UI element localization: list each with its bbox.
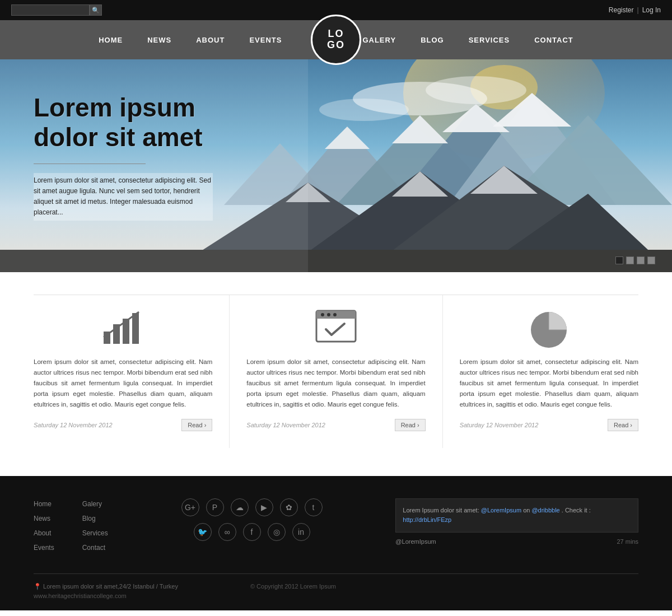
social-twitter[interactable]: 🐦 xyxy=(194,523,212,541)
twitter-user-row: @LoremIpsum 27 mins xyxy=(395,538,638,545)
top-links: Register | Log In xyxy=(609,6,661,14)
nav-link-contact[interactable]: CONTACT xyxy=(522,36,586,44)
footer-link-about[interactable]: About xyxy=(34,529,51,537)
footer-link-home[interactable]: Home xyxy=(34,500,52,508)
card-1-date: Saturday 12 November 2012 xyxy=(34,422,113,428)
slider-dot-3[interactable] xyxy=(637,256,645,264)
content-area: Lorem ipsum dolor sit amet, consectetur … xyxy=(0,272,672,476)
social-pinterest[interactable]: P xyxy=(206,498,224,516)
social-tumblr[interactable]: t xyxy=(305,498,323,516)
hero-description: Lorem ipsum dolor sit amet, consectetur … xyxy=(34,173,213,221)
footer-link-galery[interactable]: Galery xyxy=(82,500,102,508)
card-2-text: Lorem ipsum dolor sit amet, consectetur … xyxy=(246,357,425,410)
nav-item-home[interactable]: HOME xyxy=(86,36,135,44)
card-1: Lorem ipsum dolor sit amet, consectetur … xyxy=(34,295,230,448)
footer-link-events[interactable]: Events xyxy=(34,544,54,552)
card-3-footer: Saturday 12 November 2012 Read › xyxy=(460,419,638,431)
footer-col-1: Home News About Events xyxy=(34,498,54,557)
nav-item-blog[interactable]: BLOG xyxy=(408,36,456,44)
nav-item-about[interactable]: ABOUT xyxy=(184,36,237,44)
nav-link-about[interactable]: ABOUT xyxy=(184,36,237,44)
browser-check-icon xyxy=(314,308,358,350)
cards-row: Lorem ipsum dolor sit amet, consectetur … xyxy=(34,295,638,448)
card-2-icon xyxy=(246,295,425,346)
social-flickr[interactable]: ✿ xyxy=(280,498,298,516)
social-cloud[interactable]: ☁ xyxy=(231,498,249,516)
twitter-text-after: . Check it : xyxy=(562,507,591,514)
nav-link-blog[interactable]: BLOG xyxy=(408,36,456,44)
slider-dot-2[interactable] xyxy=(626,256,634,264)
footer-copyright: © Copyright 2012 Lorem Ipsum xyxy=(178,583,408,590)
slider-dot-4[interactable] xyxy=(647,256,655,264)
footer-bottom: 📍 Lorem ipsum dolor sit amet,24/2 Istanb… xyxy=(34,573,638,599)
pie-chart-icon xyxy=(526,306,571,351)
twitter-box: Lorem Ipsum dolor sit amet: @LoremIpsum … xyxy=(395,498,638,533)
card-2-read-button[interactable]: Read › xyxy=(395,419,426,431)
address-icon: 📍 Lorem ipsum dolor sit amet,24/2 Istanb… xyxy=(34,583,178,590)
hero-divider xyxy=(34,164,146,164)
footer-top: Home News About Events Galery Blog Servi… xyxy=(34,498,638,557)
twitter-handle1: @LoremIpsum xyxy=(481,507,521,514)
nav-link-events[interactable]: EVENTS xyxy=(237,36,294,44)
nav-item-contact[interactable]: CONTACT xyxy=(522,36,586,44)
nav-item-events[interactable]: EVENTS xyxy=(237,36,294,44)
card-2-footer: Saturday 12 November 2012 Read › xyxy=(246,419,425,431)
card-3-date: Saturday 12 November 2012 xyxy=(460,422,539,428)
card-3-text: Lorem ipsum dolor sit amet, consectetur … xyxy=(460,357,638,410)
logo[interactable]: LOGO xyxy=(311,15,361,65)
hero-content: Lorem ipsum dolor sit amet Lorem ipsum d… xyxy=(0,59,291,221)
social-dribbble[interactable]: ◎ xyxy=(268,523,286,541)
card-2: Lorem ipsum dolor sit amet, consectetur … xyxy=(230,295,442,448)
card-1-icon xyxy=(34,295,212,346)
social-lastfm[interactable]: ∞ xyxy=(218,523,236,541)
social-linkedin[interactable]: in xyxy=(292,523,310,541)
footer-col-2: Galery Blog Services Contact xyxy=(82,498,108,557)
footer-social: G+ P ☁ ▶ ✿ t 🐦 ∞ f ◎ in xyxy=(130,498,374,557)
social-googleplus[interactable]: G+ xyxy=(181,498,199,516)
svg-rect-28 xyxy=(132,313,139,344)
search-button[interactable]: 🔍 xyxy=(90,4,102,16)
footer-link-blog[interactable]: Blog xyxy=(82,515,96,522)
footer-twitter: Lorem Ipsum dolor sit amet: @LoremIpsum … xyxy=(395,498,638,557)
svg-point-4 xyxy=(426,76,526,104)
register-link[interactable]: Register xyxy=(609,6,634,14)
search-input[interactable] xyxy=(11,4,90,16)
separator: | xyxy=(637,6,639,14)
footer-link-contact[interactable]: Contact xyxy=(82,544,105,552)
footer-link-news[interactable]: News xyxy=(34,515,50,522)
twitter-time: 27 mins xyxy=(617,538,638,545)
logo-text: LOGO xyxy=(327,29,345,51)
address-text: Lorem ipsum dolor sit amet,24/2 Istanbul… xyxy=(43,583,178,590)
twitter-text-before: Lorem Ipsum dolor sit amet: xyxy=(403,507,480,514)
footer: Home News About Events Galery Blog Servi… xyxy=(0,476,672,610)
card-3: Lorem ipsum dolor sit amet, consectetur … xyxy=(443,295,638,448)
nav-item-services[interactable]: SERVICES xyxy=(456,36,522,44)
slider-dot-1[interactable] xyxy=(615,256,623,264)
nav-link-news[interactable]: NEWS xyxy=(135,36,184,44)
svg-point-33 xyxy=(321,313,324,316)
card-1-footer: Saturday 12 November 2012 Read › xyxy=(34,419,212,431)
svg-point-34 xyxy=(327,313,330,316)
card-2-date: Saturday 12 November 2012 xyxy=(246,422,325,428)
hero-title: Lorem ipsum dolor sit amet xyxy=(34,93,258,152)
twitter-text-mid: on xyxy=(523,507,531,514)
twitter-handle2: @dribbble xyxy=(531,507,559,514)
social-row-2: 🐦 ∞ f ◎ in xyxy=(194,523,310,541)
search-form[interactable]: 🔍 xyxy=(11,4,102,16)
twitter-link[interactable]: http://drbLin/FEzp xyxy=(403,516,451,523)
card-3-icon xyxy=(460,295,638,346)
footer-address: 📍 Lorem ipsum dolor sit amet,24/2 Istanb… xyxy=(34,583,178,599)
footer-link-services[interactable]: Services xyxy=(82,529,108,537)
card-3-read-button[interactable]: Read › xyxy=(608,419,638,431)
social-facebook[interactable]: f xyxy=(243,523,261,541)
card-1-read-button[interactable]: Read › xyxy=(181,419,212,431)
nav-link-home[interactable]: HOME xyxy=(86,36,135,44)
slider-dots[interactable] xyxy=(615,256,655,264)
svg-point-35 xyxy=(333,313,337,316)
nav-link-services[interactable]: SERVICES xyxy=(456,36,522,44)
nav-item-news[interactable]: NEWS xyxy=(135,36,184,44)
svg-point-5 xyxy=(319,99,409,121)
login-link[interactable]: Log In xyxy=(642,6,661,14)
social-youtube[interactable]: ▶ xyxy=(255,498,273,516)
twitter-username: @LoremIpsum xyxy=(395,538,436,545)
